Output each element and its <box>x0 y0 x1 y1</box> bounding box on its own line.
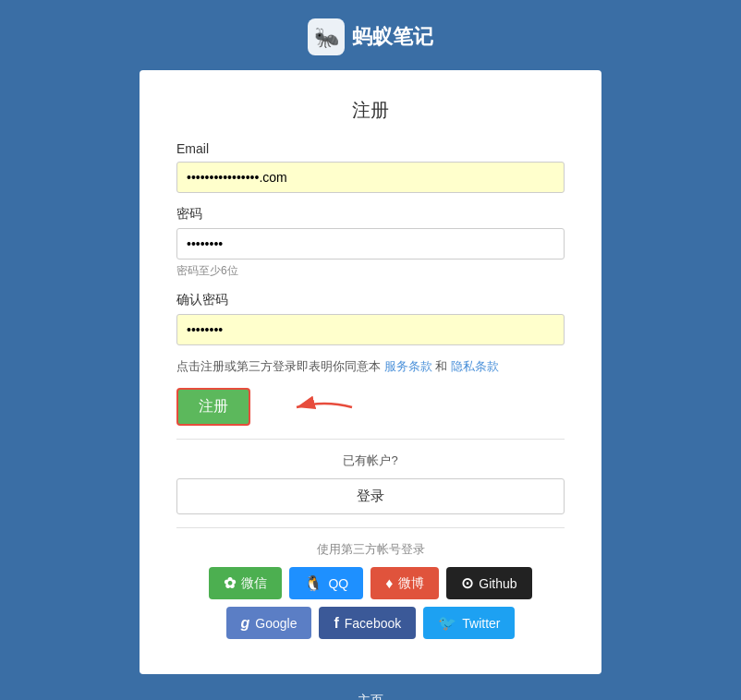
wechat-icon: ✿ <box>224 574 236 592</box>
facebook-button[interactable]: f Facebook <box>319 607 416 639</box>
terms-text: 点击注册或第三方登录即表明你同意本 服务条款 和 隐私条款 <box>176 358 565 375</box>
logo-title: 蚂蚁笔记 <box>352 23 433 51</box>
weibo-label: 微博 <box>398 575 424 592</box>
home-link[interactable]: 主页 <box>343 693 398 700</box>
logo-icon: 🐜 <box>308 18 345 55</box>
twitter-icon: 🐦 <box>438 614 456 632</box>
wechat-label: 微信 <box>241 575 267 592</box>
terms-privacy-link[interactable]: 隐私条款 <box>451 359 499 373</box>
terms-service-link[interactable]: 服务条款 <box>384 359 432 373</box>
footer: 主页 © Leanote <box>343 693 398 700</box>
confirm-input[interactable] <box>176 314 565 345</box>
password-label: 密码 <box>176 206 565 223</box>
login-hint: 已有帐户? <box>176 453 565 469</box>
third-party-label: 使用第三方帐号登录 <box>176 541 565 558</box>
confirm-label: 确认密码 <box>176 292 565 308</box>
email-label: Email <box>176 141 565 156</box>
google-button[interactable]: g Google <box>226 607 312 639</box>
qq-icon: 🐧 <box>304 574 322 592</box>
github-icon: ⊙ <box>461 574 473 592</box>
twitter-button[interactable]: 🐦 Twitter <box>423 607 515 639</box>
password-input[interactable] <box>176 228 565 259</box>
wechat-button[interactable]: ✿ 微信 <box>209 567 282 599</box>
social-row-1: ✿ 微信 🐧 QQ ♦ 微博 ⊙ Github <box>176 567 565 599</box>
qq-label: QQ <box>328 576 348 591</box>
confirm-password-group: 确认密码 <box>176 292 565 345</box>
email-group: Email <box>176 141 565 193</box>
register-button[interactable]: 注册 <box>176 388 250 426</box>
google-label: Google <box>255 616 297 631</box>
facebook-icon: f <box>334 615 338 632</box>
github-label: Github <box>479 576 516 591</box>
google-icon: g <box>241 615 250 632</box>
github-button[interactable]: ⊙ Github <box>446 567 531 599</box>
svg-text:🐜: 🐜 <box>314 25 340 50</box>
register-row: 注册 <box>176 388 565 426</box>
password-group: 密码 密码至少6位 <box>176 206 565 279</box>
register-card: 注册 Email 密码 密码至少6位 确认密码 点击注册或第三方登录即表明你同意… <box>140 70 601 674</box>
arrow-indicator <box>250 391 361 424</box>
qq-button[interactable]: 🐧 QQ <box>289 567 363 599</box>
login-button[interactable]: 登录 <box>176 478 565 514</box>
social-row-2: g Google f Facebook 🐦 Twitter <box>176 607 565 639</box>
twitter-label: Twitter <box>462 616 500 631</box>
email-input[interactable] <box>176 162 565 193</box>
weibo-icon: ♦ <box>385 575 393 592</box>
divider-2 <box>176 527 565 528</box>
facebook-label: Facebook <box>345 616 401 631</box>
logo-area: 🐜 蚂蚁笔记 <box>308 18 433 55</box>
card-title: 注册 <box>176 98 565 123</box>
weibo-button[interactable]: ♦ 微博 <box>370 567 439 599</box>
password-hint: 密码至少6位 <box>176 263 565 279</box>
divider-1 <box>176 439 565 440</box>
